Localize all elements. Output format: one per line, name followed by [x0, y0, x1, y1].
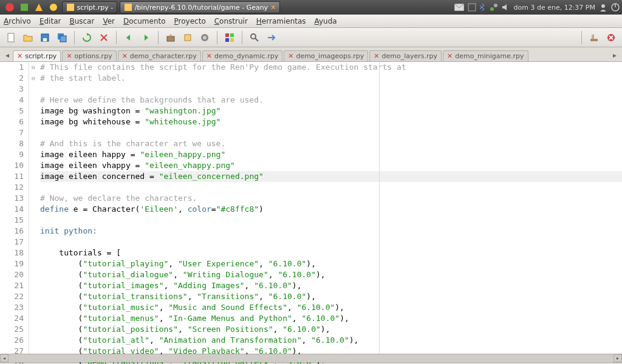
- forward-button[interactable]: [138, 30, 153, 45]
- svg-rect-16: [60, 36, 66, 42]
- toolbar: [0, 28, 622, 47]
- close-icon[interactable]: ✕: [374, 52, 379, 60]
- mail-icon[interactable]: [454, 4, 464, 11]
- menu-editar[interactable]: Editar: [39, 17, 61, 25]
- tray-icon[interactable]: [468, 3, 476, 12]
- close-icon[interactable]: ✕: [17, 52, 22, 60]
- tab-demo_minigame-rpy[interactable]: ✕demo_minigame.rpy: [443, 50, 528, 61]
- h-scrollbar[interactable]: ◂ ▸: [0, 354, 622, 362]
- fold-column[interactable]: ⊟⊟: [29, 62, 38, 354]
- volume-icon[interactable]: [502, 3, 510, 12]
- svg-rect-21: [225, 33, 229, 37]
- svg-rect-3: [67, 4, 74, 11]
- run-button[interactable]: [197, 30, 212, 45]
- places-menu-icon[interactable]: [18, 1, 30, 13]
- svg-rect-4: [125, 4, 132, 11]
- compile-button[interactable]: [163, 30, 178, 45]
- tab-options-rpy[interactable]: ✕options.rpy: [62, 50, 116, 61]
- svg-rect-17: [167, 36, 174, 41]
- system-menu-icon[interactable]: [33, 1, 45, 13]
- taskbar-item[interactable]: /bin/renpy-6.10.0/tutorial/game - Geany …: [120, 1, 280, 13]
- code-area[interactable]: # This file contains the script for the …: [38, 62, 622, 354]
- save-button[interactable]: [38, 30, 52, 45]
- svg-rect-22: [230, 33, 234, 37]
- close-icon[interactable]: ✕: [66, 52, 72, 60]
- menu-buscar[interactable]: Buscar: [69, 17, 94, 25]
- preferences-button[interactable]: [587, 30, 601, 45]
- menubar: ArchivoEditarBuscarVerDocumentoProyectoC…: [0, 15, 622, 28]
- desktop-panel: script.rpy - /bin/renpy-6.10.0/tutorial/…: [0, 0, 622, 15]
- svg-point-25: [251, 34, 256, 39]
- svg-line-26: [255, 38, 258, 41]
- tab-demo_character-rpy[interactable]: ✕demo_character.rpy: [118, 50, 201, 61]
- close-icon[interactable]: ✕: [288, 52, 293, 60]
- color-button[interactable]: [222, 30, 237, 45]
- svg-point-20: [203, 36, 207, 39]
- tab-demo_layers-rpy[interactable]: ✕demo_layers.rpy: [369, 50, 442, 61]
- menu-proyecto[interactable]: Proyecto: [174, 17, 206, 25]
- close-button[interactable]: [97, 30, 111, 45]
- svg-point-8: [494, 4, 497, 7]
- tab-scroll-right[interactable]: ▸: [610, 49, 620, 61]
- svg-rect-18: [185, 35, 191, 41]
- apps-menu-icon[interactable]: [4, 1, 16, 13]
- menu-archivo[interactable]: Archivo: [4, 17, 31, 25]
- reload-button[interactable]: [80, 30, 94, 45]
- network-icon[interactable]: [490, 3, 498, 12]
- user-icon[interactable]: [599, 3, 607, 12]
- find-button[interactable]: [247, 30, 262, 45]
- svg-rect-24: [230, 38, 234, 42]
- back-button[interactable]: [121, 30, 136, 45]
- close-icon[interactable]: ✕: [447, 52, 453, 60]
- close-icon[interactable]: ✕: [122, 52, 128, 60]
- svg-rect-1: [21, 4, 28, 11]
- svg-point-0: [5, 3, 14, 12]
- menu-ayuda[interactable]: Ayuda: [315, 17, 337, 25]
- bluetooth-icon[interactable]: [480, 3, 486, 12]
- svg-rect-6: [468, 4, 476, 11]
- open-file-button[interactable]: [21, 30, 35, 45]
- save-all-button[interactable]: [55, 30, 69, 45]
- tab-demo_imageops-rpy[interactable]: ✕demo_imageops.rpy: [284, 50, 368, 61]
- svg-rect-23: [225, 38, 229, 42]
- svg-point-9: [601, 4, 605, 8]
- clock[interactable]: dom 3 de ene, 12:37 PM: [514, 4, 596, 12]
- svg-point-7: [490, 7, 494, 11]
- svg-rect-12: [8, 33, 14, 42]
- svg-point-2: [50, 4, 57, 11]
- svg-rect-14: [43, 38, 47, 41]
- scroll-left-icon[interactable]: ◂: [0, 354, 9, 362]
- menu-herramientas[interactable]: Herramientas: [256, 17, 306, 25]
- menu-documento[interactable]: Documento: [123, 17, 166, 25]
- build-button[interactable]: [180, 30, 195, 45]
- line-numbers: 1234567891011121314151617181920212223242…: [0, 62, 29, 354]
- launcher-icon[interactable]: [47, 1, 60, 13]
- quit-button[interactable]: [604, 30, 618, 45]
- shutdown-icon[interactable]: [611, 3, 620, 12]
- taskbar-item[interactable]: script.rpy -: [62, 1, 117, 13]
- svg-rect-27: [590, 39, 598, 41]
- editor[interactable]: 1234567891011121314151617181920212223242…: [0, 62, 622, 354]
- tab-script-rpy[interactable]: ✕script.rpy: [13, 50, 61, 61]
- tab-demo_dynamic-rpy[interactable]: ✕demo_dynamic.rpy: [202, 50, 282, 61]
- menu-ver[interactable]: Ver: [103, 17, 115, 25]
- tab-scroll-left[interactable]: ◂: [2, 49, 12, 61]
- document-tabs: ◂ ✕script.rpy✕options.rpy✕demo_character…: [0, 47, 622, 62]
- menu-construir[interactable]: Construir: [214, 17, 248, 25]
- new-file-button[interactable]: [4, 30, 18, 45]
- close-icon[interactable]: ✕: [207, 52, 212, 60]
- goto-button[interactable]: [264, 30, 279, 45]
